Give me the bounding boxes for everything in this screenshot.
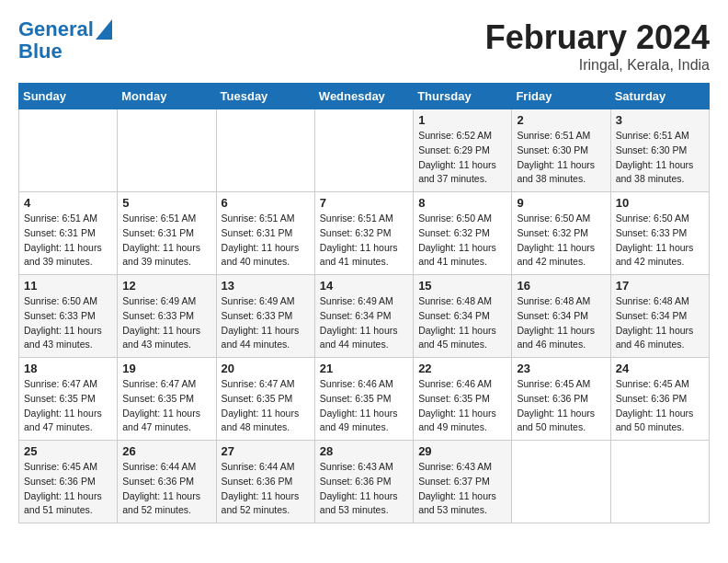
day-number: 13 — [222, 279, 310, 293]
svg-marker-0 — [96, 19, 112, 40]
day-info: Sunrise: 6:49 AMSunset: 6:33 PMDaylight:… — [222, 294, 310, 352]
day-info: Sunrise: 6:46 AMSunset: 6:35 PMDaylight:… — [320, 377, 408, 435]
calendar-cell: 3Sunrise: 6:51 AMSunset: 6:30 PMDaylight… — [610, 109, 709, 192]
calendar-week-4: 18Sunrise: 6:47 AMSunset: 6:35 PMDayligh… — [19, 358, 710, 441]
day-info: Sunrise: 6:47 AMSunset: 6:35 PMDaylight:… — [24, 377, 112, 435]
calendar-cell: 23Sunrise: 6:45 AMSunset: 6:36 PMDayligh… — [512, 358, 610, 441]
day-info: Sunrise: 6:50 AMSunset: 6:33 PMDaylight:… — [616, 212, 704, 270]
calendar-cell: 10Sunrise: 6:50 AMSunset: 6:33 PMDayligh… — [610, 192, 709, 275]
day-number: 5 — [122, 196, 210, 210]
day-number: 28 — [320, 444, 408, 458]
logo-triangle-icon — [96, 19, 112, 40]
calendar-cell: 26Sunrise: 6:44 AMSunset: 6:36 PMDayligh… — [118, 441, 216, 523]
calendar-cell: 20Sunrise: 6:47 AMSunset: 6:35 PMDayligh… — [216, 358, 314, 441]
day-number: 23 — [517, 362, 605, 375]
day-info: Sunrise: 6:43 AMSunset: 6:36 PMDaylight:… — [320, 460, 408, 518]
calendar-cell: 21Sunrise: 6:46 AMSunset: 6:35 PMDayligh… — [314, 358, 413, 441]
location: Iringal, Kerala, India — [485, 57, 710, 74]
day-number: 9 — [517, 196, 605, 210]
calendar-cell: 8Sunrise: 6:50 AMSunset: 6:32 PMDaylight… — [414, 192, 512, 275]
day-info: Sunrise: 6:49 AMSunset: 6:34 PMDaylight:… — [320, 294, 408, 352]
calendar-cell: 6Sunrise: 6:51 AMSunset: 6:31 PMDaylight… — [216, 192, 314, 275]
header-tuesday: Tuesday — [216, 84, 314, 109]
header-monday: Monday — [118, 84, 216, 109]
page-header: General Blue February 2024 Iringal, Kera… — [18, 18, 710, 74]
day-number: 2 — [517, 113, 605, 127]
day-info: Sunrise: 6:51 AMSunset: 6:31 PMDaylight:… — [24, 212, 112, 270]
day-number: 22 — [418, 362, 506, 375]
calendar-header-row: SundayMondayTuesdayWednesdayThursdayFrid… — [19, 84, 710, 109]
calendar-cell — [19, 109, 118, 192]
day-number: 6 — [222, 196, 310, 210]
logo-text: General — [18, 18, 94, 40]
day-number: 14 — [320, 279, 408, 293]
day-number: 29 — [418, 444, 506, 458]
calendar-cell — [512, 441, 610, 523]
calendar-table: SundayMondayTuesdayWednesdayThursdayFrid… — [18, 83, 710, 523]
header-saturday: Saturday — [610, 84, 709, 109]
day-number: 21 — [320, 362, 408, 375]
day-info: Sunrise: 6:47 AMSunset: 6:35 PMDaylight:… — [122, 377, 210, 435]
calendar-cell: 13Sunrise: 6:49 AMSunset: 6:33 PMDayligh… — [216, 275, 314, 358]
calendar-cell: 18Sunrise: 6:47 AMSunset: 6:35 PMDayligh… — [19, 358, 118, 441]
day-info: Sunrise: 6:44 AMSunset: 6:36 PMDaylight:… — [122, 460, 210, 518]
day-number: 4 — [24, 196, 112, 210]
logo-text-blue: Blue — [18, 40, 63, 63]
day-number: 15 — [418, 279, 506, 293]
day-number: 11 — [24, 279, 112, 293]
day-info: Sunrise: 6:52 AMSunset: 6:29 PMDaylight:… — [418, 129, 506, 187]
day-info: Sunrise: 6:50 AMSunset: 6:32 PMDaylight:… — [418, 212, 506, 270]
calendar-cell — [216, 109, 314, 192]
day-info: Sunrise: 6:48 AMSunset: 6:34 PMDaylight:… — [616, 294, 704, 352]
calendar-cell: 28Sunrise: 6:43 AMSunset: 6:36 PMDayligh… — [314, 441, 413, 523]
calendar-cell: 2Sunrise: 6:51 AMSunset: 6:30 PMDaylight… — [512, 109, 610, 192]
day-info: Sunrise: 6:43 AMSunset: 6:37 PMDaylight:… — [418, 460, 506, 518]
day-number: 12 — [122, 279, 210, 293]
day-info: Sunrise: 6:48 AMSunset: 6:34 PMDaylight:… — [517, 294, 605, 352]
day-info: Sunrise: 6:50 AMSunset: 6:33 PMDaylight:… — [24, 294, 112, 352]
header-wednesday: Wednesday — [314, 84, 413, 109]
calendar-cell: 11Sunrise: 6:50 AMSunset: 6:33 PMDayligh… — [19, 275, 118, 358]
day-info: Sunrise: 6:48 AMSunset: 6:34 PMDaylight:… — [418, 294, 506, 352]
day-info: Sunrise: 6:45 AMSunset: 6:36 PMDaylight:… — [24, 460, 112, 518]
day-number: 26 — [122, 444, 210, 458]
day-info: Sunrise: 6:45 AMSunset: 6:36 PMDaylight:… — [616, 377, 704, 435]
header-sunday: Sunday — [19, 84, 118, 109]
calendar-week-1: 1Sunrise: 6:52 AMSunset: 6:29 PMDaylight… — [19, 109, 710, 192]
day-number: 27 — [222, 444, 310, 458]
calendar-cell: 19Sunrise: 6:47 AMSunset: 6:35 PMDayligh… — [118, 358, 216, 441]
day-number: 1 — [418, 113, 506, 127]
logo: General Blue — [18, 18, 112, 63]
day-number: 18 — [24, 362, 112, 375]
calendar-cell: 14Sunrise: 6:49 AMSunset: 6:34 PMDayligh… — [314, 275, 413, 358]
calendar-cell — [610, 441, 709, 523]
day-info: Sunrise: 6:51 AMSunset: 6:32 PMDaylight:… — [320, 212, 408, 270]
calendar-cell: 12Sunrise: 6:49 AMSunset: 6:33 PMDayligh… — [118, 275, 216, 358]
calendar-week-2: 4Sunrise: 6:51 AMSunset: 6:31 PMDaylight… — [19, 192, 710, 275]
calendar-cell — [118, 109, 216, 192]
day-info: Sunrise: 6:47 AMSunset: 6:35 PMDaylight:… — [222, 377, 310, 435]
day-number: 7 — [320, 196, 408, 210]
day-number: 24 — [616, 362, 704, 375]
calendar-cell: 15Sunrise: 6:48 AMSunset: 6:34 PMDayligh… — [414, 275, 512, 358]
calendar-cell: 29Sunrise: 6:43 AMSunset: 6:37 PMDayligh… — [414, 441, 512, 523]
day-number: 3 — [616, 113, 704, 127]
day-number: 17 — [616, 279, 704, 293]
day-number: 8 — [418, 196, 506, 210]
day-number: 19 — [122, 362, 210, 375]
header-thursday: Thursday — [414, 84, 512, 109]
day-number: 16 — [517, 279, 605, 293]
day-info: Sunrise: 6:49 AMSunset: 6:33 PMDaylight:… — [122, 294, 210, 352]
calendar-cell: 25Sunrise: 6:45 AMSunset: 6:36 PMDayligh… — [19, 441, 118, 523]
calendar-week-3: 11Sunrise: 6:50 AMSunset: 6:33 PMDayligh… — [19, 275, 710, 358]
calendar-cell: 16Sunrise: 6:48 AMSunset: 6:34 PMDayligh… — [512, 275, 610, 358]
day-info: Sunrise: 6:51 AMSunset: 6:31 PMDaylight:… — [122, 212, 210, 270]
day-info: Sunrise: 6:51 AMSunset: 6:30 PMDaylight:… — [616, 129, 704, 187]
calendar-cell: 5Sunrise: 6:51 AMSunset: 6:31 PMDaylight… — [118, 192, 216, 275]
calendar-cell: 9Sunrise: 6:50 AMSunset: 6:32 PMDaylight… — [512, 192, 610, 275]
header-friday: Friday — [512, 84, 610, 109]
day-info: Sunrise: 6:46 AMSunset: 6:35 PMDaylight:… — [418, 377, 506, 435]
day-number: 20 — [222, 362, 310, 375]
calendar-week-5: 25Sunrise: 6:45 AMSunset: 6:36 PMDayligh… — [19, 441, 710, 523]
calendar-cell: 4Sunrise: 6:51 AMSunset: 6:31 PMDaylight… — [19, 192, 118, 275]
